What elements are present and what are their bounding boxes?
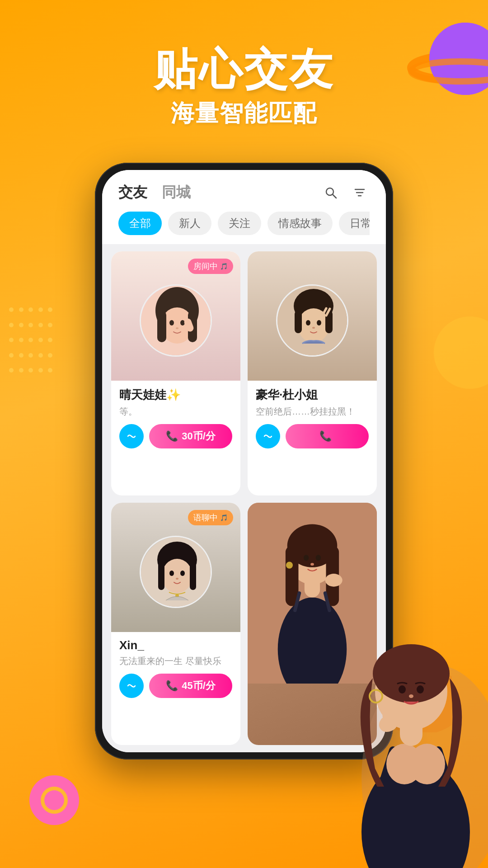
wave-button-1[interactable] [119, 424, 144, 448]
svg-rect-17 [157, 311, 166, 342]
decoration-circle [434, 316, 488, 389]
svg-point-30 [312, 327, 315, 329]
svg-point-28 [306, 320, 310, 326]
card-info-2: 豪华·杜小姐 空前绝后……秒挂拉黑！ 📞 [248, 381, 377, 456]
filter-tab-chat[interactable]: 日常聊天 [339, 212, 370, 235]
card-info-3: Xin_ 无法重来的一生 尽量快乐 📞 45币/分 [111, 632, 240, 705]
svg-point-19 [169, 320, 174, 326]
svg-rect-37 [190, 561, 196, 590]
svg-point-50 [316, 555, 321, 561]
status-badge-1: 房间中 🎵 [188, 259, 233, 274]
user-card-3[interactable]: 语聊中 🎵 Xin_ 无法重来的一生 尽量快乐 [111, 503, 240, 745]
svg-line-13 [333, 194, 336, 198]
svg-point-51 [310, 563, 314, 566]
svg-point-64 [373, 644, 450, 703]
nav-tab-friends[interactable]: 交友 [118, 183, 147, 203]
search-icon[interactable] [321, 183, 341, 203]
svg-point-20 [180, 320, 185, 326]
card-name-2: 豪华·杜小姐 [256, 387, 369, 403]
svg-point-61 [409, 744, 445, 784]
decoration-dots [9, 307, 54, 380]
card-info-1: 晴天娃娃✨ 等。 📞 30币/分 [111, 381, 240, 456]
nav-icons [321, 183, 370, 203]
svg-point-39 [180, 571, 185, 576]
svg-point-38 [169, 571, 174, 576]
call-button-3[interactable]: 📞 45币/分 [149, 674, 232, 698]
card-desc-1: 等。 [119, 406, 232, 418]
app-nav: 交友 同城 [118, 183, 370, 203]
nav-tabs: 交友 同城 [118, 183, 191, 203]
card-image-1: 房间中 🎵 [111, 251, 240, 381]
filter-tabs: 全部 新人 关注 情感故事 日常聊天 [118, 212, 370, 244]
woman-overlay [307, 597, 488, 868]
decoration-donut [27, 773, 81, 827]
status-badge-3: 语聊中 🎵 [188, 510, 233, 525]
svg-point-67 [409, 694, 413, 698]
svg-rect-71 [389, 712, 393, 726]
wave-button-2[interactable] [256, 424, 280, 448]
header-section: 贴心交友 海量智能匹配 [0, 45, 488, 129]
svg-rect-47 [286, 546, 299, 606]
card-actions-3: 📞 45币/分 [119, 674, 232, 698]
svg-point-40 [176, 578, 178, 580]
card-actions-1: 📞 30币/分 [119, 424, 232, 448]
card-image-2 [248, 251, 377, 381]
filter-tab-story[interactable]: 情感故事 [267, 212, 333, 235]
call-button-2[interactable]: 📞 [286, 424, 369, 448]
svg-point-35 [162, 559, 192, 593]
filter-tab-new[interactable]: 新人 [168, 212, 211, 235]
call-button-1[interactable]: 📞 30币/分 [149, 424, 232, 448]
wave-button-3[interactable] [119, 674, 144, 698]
main-title: 贴心交友 [0, 45, 488, 93]
svg-point-49 [304, 555, 309, 561]
card-actions-2: 📞 [256, 424, 369, 448]
user-card-1[interactable]: 房间中 🎵 晴天娃娃✨ 等。 [111, 251, 240, 495]
svg-point-52 [286, 561, 293, 568]
user-card-2[interactable]: 豪华·杜小姐 空前绝后……秒挂拉黑！ 📞 [248, 251, 377, 495]
svg-point-29 [317, 320, 321, 326]
svg-point-65 [399, 685, 406, 693]
filter-tab-all[interactable]: 全部 [118, 212, 162, 235]
svg-rect-36 [158, 561, 164, 590]
svg-point-66 [417, 685, 424, 693]
card-image-3: 语聊中 🎵 [111, 503, 240, 632]
svg-point-55 [325, 574, 343, 587]
card-desc-3: 无法重来的一生 尽量快乐 [119, 655, 232, 667]
svg-rect-26 [295, 311, 302, 333]
card-name-1: 晴天娃娃✨ [119, 387, 232, 403]
svg-point-11 [44, 790, 64, 810]
nav-tab-nearby[interactable]: 同城 [162, 183, 191, 203]
sub-title: 海量智能匹配 [0, 98, 488, 129]
svg-point-21 [176, 327, 178, 329]
card-name-3: Xin_ [119, 638, 232, 652]
card-desc-2: 空前绝后……秒挂拉黑！ [256, 406, 369, 418]
filter-icon[interactable] [350, 183, 370, 203]
app-header: 交友 同城 [102, 170, 386, 244]
filter-tab-follow[interactable]: 关注 [218, 212, 261, 235]
